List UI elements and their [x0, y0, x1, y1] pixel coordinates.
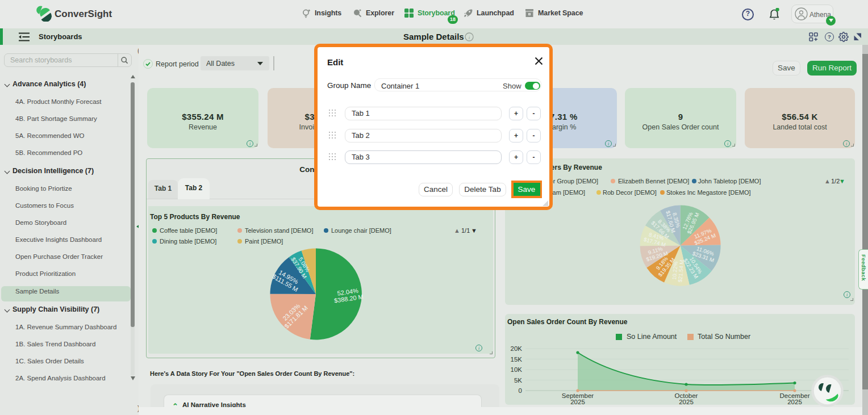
svg-text:2025: 2025 — [570, 399, 585, 405]
svg-text:10K: 10K — [511, 366, 523, 373]
svg-text:15K: 15K — [511, 356, 523, 363]
svg-text:i: i — [469, 35, 470, 40]
svg-text:2025: 2025 — [679, 399, 694, 405]
svg-text:2025: 2025 — [787, 399, 802, 405]
svg-text:5K: 5K — [514, 377, 522, 384]
svg-text:0: 0 — [519, 387, 522, 394]
svg-text:20K: 20K — [511, 345, 523, 352]
